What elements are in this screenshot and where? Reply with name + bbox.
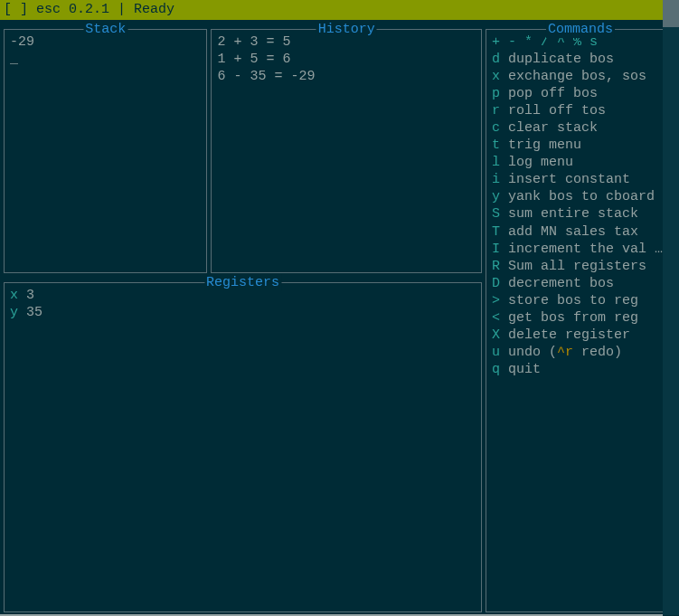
history-line: 6 - 35 = -29 xyxy=(217,68,476,85)
command-key: T xyxy=(492,223,508,241)
command-row[interactable]: ppop off bos xyxy=(492,85,669,102)
command-row[interactable]: RSum all registers xyxy=(492,258,669,275)
command-key: y xyxy=(492,188,508,205)
command-key: S xyxy=(492,205,508,223)
command-key: R xyxy=(492,258,508,275)
command-row[interactable]: rroll off tos xyxy=(492,102,669,119)
command-desc: get bos from reg xyxy=(508,309,638,327)
command-key: p xyxy=(492,85,508,102)
command-row-quit[interactable]: q quit xyxy=(492,361,669,378)
command-row[interactable]: iinsert constant xyxy=(492,171,669,188)
command-key: u xyxy=(492,344,508,361)
command-row[interactable]: Ssum entire stack xyxy=(492,205,669,223)
register-key: x xyxy=(10,288,18,303)
command-row[interactable]: yyank bos to cboard xyxy=(492,188,669,205)
commands-panel: Commands + - * / ^ % s dduplicate bosxex… xyxy=(486,29,675,612)
command-desc: increment the val … xyxy=(508,241,663,258)
command-row[interactable]: Ddecrement bos xyxy=(492,275,669,292)
command-key: l xyxy=(492,154,508,171)
command-key: c xyxy=(492,119,508,137)
command-row[interactable]: <get bos from reg xyxy=(492,309,669,327)
command-row[interactable]: Iincrement the val … xyxy=(492,241,669,258)
register-value: 35 xyxy=(26,305,42,320)
commands-title: Commands xyxy=(546,21,615,38)
command-desc: delete register xyxy=(508,327,630,344)
command-desc: trig menu xyxy=(508,137,581,154)
command-key: < xyxy=(492,309,508,327)
command-desc: clear stack xyxy=(508,119,598,137)
command-row[interactable]: dduplicate bos xyxy=(492,51,669,68)
command-desc: insert constant xyxy=(508,171,630,188)
registers-panel: Registers x 3 y 35 xyxy=(4,282,482,612)
command-desc: duplicate bos xyxy=(508,51,614,68)
command-key: i xyxy=(492,171,508,188)
command-desc: pop off bos xyxy=(508,85,598,102)
status-bar: [ ] esc 0.2.1 | Ready xyxy=(0,0,679,20)
stack-panel: Stack -29 _ xyxy=(4,29,207,273)
command-desc: store bos to reg xyxy=(508,292,638,309)
command-desc: quit xyxy=(508,361,541,378)
status-text: [ ] esc 0.2.1 | Ready xyxy=(4,1,174,18)
scrollbar[interactable] xyxy=(663,0,679,615)
command-desc: yank bos to cboard xyxy=(508,188,655,205)
command-desc: roll off tos xyxy=(508,102,606,119)
command-key: d xyxy=(492,51,508,68)
command-desc: log menu xyxy=(508,154,573,171)
redo-key: ^r xyxy=(557,345,573,360)
left-column: Stack -29 _ History 2 + 3 = 5 1 + 5 = 6 … xyxy=(4,24,482,612)
scrollbar-thumb[interactable] xyxy=(663,0,679,27)
command-row[interactable]: llog menu xyxy=(492,154,669,171)
command-key: x xyxy=(492,68,508,85)
command-row[interactable]: ttrig menu xyxy=(492,137,669,154)
command-key: t xyxy=(492,137,508,154)
command-key: I xyxy=(492,241,508,258)
register-row: y 35 xyxy=(10,304,476,321)
history-panel: History 2 + 3 = 5 1 + 5 = 6 6 - 35 = -29 xyxy=(211,29,482,273)
command-key: X xyxy=(492,327,508,344)
command-row[interactable]: Tadd MN sales tax xyxy=(492,223,669,241)
history-line: 1 + 5 = 6 xyxy=(217,51,476,68)
command-desc: undo (^r redo) xyxy=(508,344,622,361)
command-row-undo[interactable]: u undo (^r redo) xyxy=(492,344,669,361)
command-desc: decrement bos xyxy=(508,275,614,292)
command-key: D xyxy=(492,275,508,292)
command-desc: Sum all registers xyxy=(508,258,646,275)
command-row[interactable]: >store bos to reg xyxy=(492,292,669,309)
command-desc: exchange bos, sos xyxy=(508,68,646,85)
registers-title: Registers xyxy=(204,274,281,291)
command-desc: add MN sales tax xyxy=(508,223,638,241)
top-row: Stack -29 _ History 2 + 3 = 5 1 + 5 = 6 … xyxy=(4,24,482,273)
command-row[interactable]: Xdelete register xyxy=(492,327,669,344)
register-key: y xyxy=(10,305,18,320)
command-key: r xyxy=(492,102,508,119)
stack-cursor[interactable]: _ xyxy=(10,51,201,68)
command-row[interactable]: cclear stack xyxy=(492,119,669,137)
history-title: History xyxy=(316,21,377,38)
stack-title: Stack xyxy=(83,21,127,38)
main-container: Stack -29 _ History 2 + 3 = 5 1 + 5 = 6 … xyxy=(0,20,679,612)
command-key: > xyxy=(492,292,508,309)
command-desc: sum entire stack xyxy=(508,205,638,223)
command-key: q xyxy=(492,361,508,378)
command-row[interactable]: xexchange bos, sos xyxy=(492,68,669,85)
register-value: 3 xyxy=(26,288,34,303)
